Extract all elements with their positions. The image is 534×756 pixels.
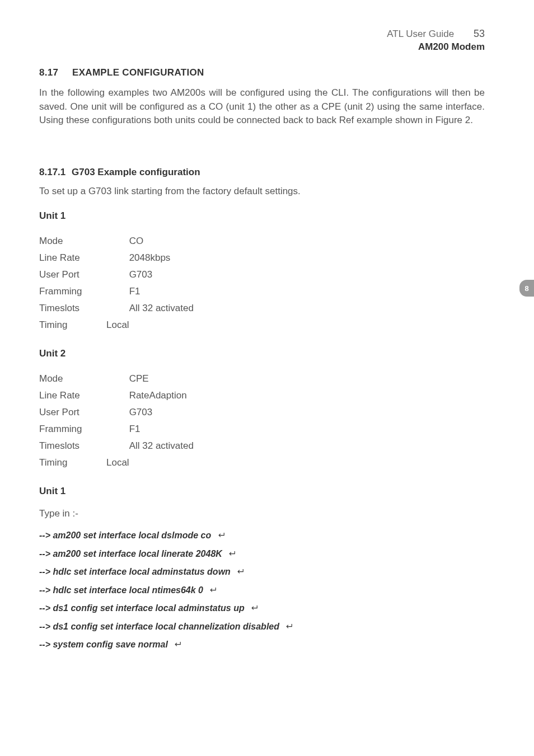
page-number: 53 <box>474 27 485 40</box>
cli-command-text: --> ds1 config set interface local chann… <box>39 622 279 631</box>
page: ATL User Guide 53 AM200 Modem 8 8.17 EXA… <box>0 0 534 756</box>
unit-1-rows: Mode CO Line Rate 2048kbps User Port G70… <box>39 233 194 334</box>
unit-1-table: Mode CO Line Rate 2048kbps User Port G70… <box>39 233 194 334</box>
header-line-1: ATL User Guide 53 <box>387 27 485 41</box>
param-key: Timing <box>39 317 106 334</box>
table-row: User Port G703 <box>39 266 194 283</box>
table-row: Timeslots All 32 activated <box>39 438 194 454</box>
cli-command-text: --> ds1 config set interface local admin… <box>39 603 245 613</box>
param-value <box>129 317 194 334</box>
unit-2-table: Mode CPE Line Rate RateAdaption User Por… <box>39 370 194 471</box>
param-mid <box>106 421 129 438</box>
page-content: 8.17 EXAMPLE CONFIGURATION In the follow… <box>39 67 485 652</box>
section-intro-paragraph: In the following examples two AM200s wil… <box>39 86 485 128</box>
param-key: Timing <box>39 454 106 471</box>
param-mid <box>106 387 129 404</box>
enter-key-icon <box>174 638 181 652</box>
cli-command: --> hdlc set interface local adminstatus… <box>39 565 485 580</box>
chapter-side-tab: 8 <box>519 280 534 297</box>
table-row: Framming F1 <box>39 421 194 438</box>
param-key: Framming <box>39 421 106 438</box>
cli-command-text: --> hdlc set interface local ntimes64k 0 <box>39 585 203 595</box>
chapter-side-tab-number: 8 <box>524 284 528 293</box>
param-value: F1 <box>129 283 194 300</box>
subsection-number: 8.17.1 <box>39 167 65 178</box>
table-row: Line Rate 2048kbps <box>39 250 194 266</box>
param-key: Framming <box>39 283 106 300</box>
unit-2-heading: Unit 2 <box>39 348 485 359</box>
param-key: Timeslots <box>39 438 106 454</box>
table-row: Timing Local <box>39 317 194 334</box>
enter-key-icon <box>228 547 236 562</box>
table-row: Line Rate RateAdaption <box>39 387 194 404</box>
section-heading: 8.17 EXAMPLE CONFIGURATION <box>39 67 485 78</box>
param-value: CO <box>129 233 194 250</box>
cmd-unit-heading: Unit 1 <box>39 486 485 497</box>
type-in-label: Type in :- <box>39 508 485 519</box>
section-number: 8.17 <box>39 67 69 78</box>
param-value: All 32 activated <box>129 300 194 317</box>
param-mid: Local <box>106 317 129 334</box>
unit-2-rows: Mode CPE Line Rate RateAdaption User Por… <box>39 370 194 471</box>
table-row: Mode CPE <box>39 370 194 387</box>
param-mid <box>106 438 129 454</box>
enter-key-icon <box>209 584 217 598</box>
device-name: AM200 Modem <box>387 41 485 54</box>
param-value: 2048kbps <box>129 250 194 266</box>
cli-command-text: --> am200 set interface local dslmode co <box>39 530 211 540</box>
param-value: G703 <box>129 266 194 283</box>
param-mid <box>106 250 129 266</box>
param-key: User Port <box>39 404 106 421</box>
guide-title: ATL User Guide <box>387 29 454 39</box>
param-mid <box>106 404 129 421</box>
param-key: Line Rate <box>39 250 106 266</box>
param-value: CPE <box>129 370 194 387</box>
command-list: --> am200 set interface local dslmode co… <box>39 528 485 652</box>
param-mid <box>106 233 129 250</box>
cli-command: --> am200 set interface local dslmode co <box>39 528 485 543</box>
cli-command: --> system config save normal <box>39 637 485 652</box>
enter-key-icon <box>285 620 293 635</box>
table-row: Timeslots All 32 activated <box>39 300 194 317</box>
param-key: Mode <box>39 370 106 387</box>
param-value: G703 <box>129 404 194 421</box>
subsection-title: G703 Example configuration <box>72 167 200 177</box>
cli-command-text: --> am200 set interface local linerate 2… <box>39 549 222 558</box>
param-key: Line Rate <box>39 387 106 404</box>
enter-key-icon <box>217 529 225 543</box>
cli-command: --> ds1 config set interface local admin… <box>39 601 485 616</box>
table-row: Framming F1 <box>39 283 194 300</box>
param-value: F1 <box>129 421 194 438</box>
section-title: EXAMPLE CONFIGURATION <box>72 67 204 78</box>
cli-command: --> hdlc set interface local ntimes64k 0 <box>39 583 485 598</box>
cli-command-text: --> system config save normal <box>39 640 168 649</box>
param-key: Timeslots <box>39 300 106 317</box>
unit-1-heading: Unit 1 <box>39 210 485 222</box>
param-value: RateAdaption <box>129 387 194 404</box>
table-row: Mode CO <box>39 233 194 250</box>
cli-command-text: --> hdlc set interface local adminstatus… <box>39 567 231 576</box>
param-mid: Local <box>106 454 129 471</box>
subsection-intro: To set up a G703 link starting from the … <box>39 186 485 197</box>
param-mid <box>106 370 129 387</box>
table-row: User Port G703 <box>39 404 194 421</box>
param-value: All 32 activated <box>129 438 194 454</box>
enter-key-icon <box>236 565 244 580</box>
param-mid <box>106 266 129 283</box>
param-key: User Port <box>39 266 106 283</box>
page-header: ATL User Guide 53 AM200 Modem <box>387 27 485 54</box>
cli-command: --> am200 set interface local linerate 2… <box>39 547 485 562</box>
enter-key-icon <box>250 602 258 616</box>
param-value <box>129 454 194 471</box>
cli-command: --> ds1 config set interface local chann… <box>39 619 485 635</box>
table-row: Timing Local <box>39 454 194 471</box>
param-mid <box>106 300 129 317</box>
subsection-heading: 8.17.1 G703 Example configuration <box>39 167 485 178</box>
param-mid <box>106 283 129 300</box>
param-key: Mode <box>39 233 106 250</box>
